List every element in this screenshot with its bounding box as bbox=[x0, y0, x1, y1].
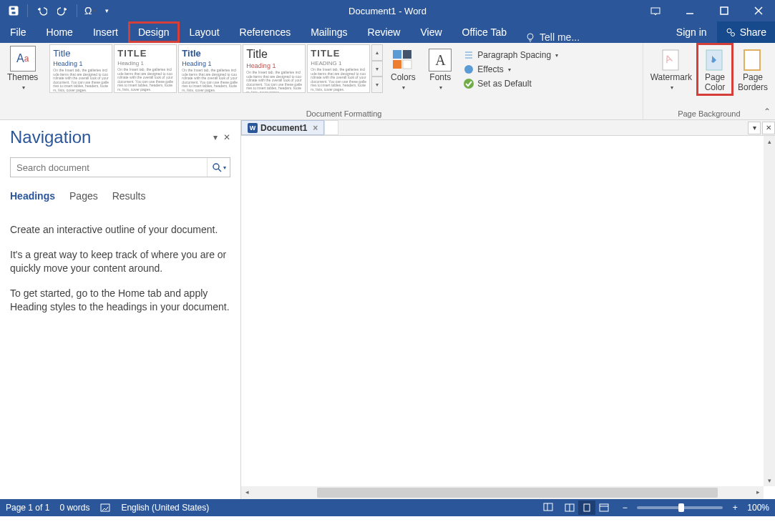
scroll-down-icon[interactable]: ▾ bbox=[764, 475, 775, 486]
save-button[interactable] bbox=[4, 1, 23, 20]
horizontal-scrollbar[interactable]: ◂ ▸ bbox=[241, 486, 764, 499]
tell-me-search[interactable]: Tell me... bbox=[525, 31, 580, 43]
nav-tabs: Headings Pages Results bbox=[10, 190, 230, 205]
paragraph-spacing-icon bbox=[463, 49, 474, 61]
effects-button[interactable]: Effects▾ bbox=[460, 63, 561, 76]
nav-tab-headings[interactable]: Headings bbox=[10, 190, 55, 205]
share-button[interactable]: Share bbox=[717, 21, 775, 43]
themes-button[interactable]: Aa Themes ▾ bbox=[4, 44, 41, 92]
gallery-down-icon[interactable]: ▾ bbox=[371, 61, 383, 77]
set-default-button[interactable]: Set as Default bbox=[460, 77, 561, 90]
group-page-background: A Watermark▾ Page Color Page Borders Pag… bbox=[643, 43, 775, 119]
tab-references[interactable]: References bbox=[230, 21, 301, 43]
nav-menu-icon[interactable]: ▾ bbox=[213, 132, 218, 142]
scroll-left-icon[interactable]: ◂ bbox=[241, 486, 253, 498]
paragraph-spacing-button[interactable]: Paragraph Spacing▾ bbox=[460, 49, 561, 61]
close-tab-icon[interactable]: × bbox=[313, 123, 318, 133]
page-bg-label: Page Background bbox=[648, 108, 771, 119]
zoom-out-button[interactable]: − bbox=[620, 503, 630, 513]
gallery-more-icon[interactable]: ▾ bbox=[371, 77, 383, 93]
tab-layout[interactable]: Layout bbox=[180, 21, 230, 43]
minimize-button[interactable] bbox=[673, 0, 706, 21]
document-tab-label: Document1 bbox=[260, 123, 307, 133]
ribbon-tab-strip: File Home Insert Design Layout Reference… bbox=[0, 21, 775, 43]
undo-button[interactable] bbox=[32, 1, 51, 20]
watermark-button[interactable]: A Watermark▾ bbox=[648, 44, 695, 92]
gallery-scroll[interactable]: ▴ ▾ ▾ bbox=[371, 44, 383, 93]
style-gallery[interactable]: Title Heading 1 On the Insert tab, the g… bbox=[49, 44, 383, 106]
tab-home[interactable]: Home bbox=[36, 21, 83, 43]
document-canvas[interactable]: ▴ ▾ ◂ ▸ bbox=[241, 136, 775, 499]
workspace: Navigation ▾ ✕ ▾ Headings Pages Results … bbox=[0, 120, 775, 499]
svg-point-12 bbox=[731, 33, 734, 36]
group-document-formatting: Title Heading 1 On the Insert tab, the g… bbox=[45, 43, 643, 119]
tab-office-tab[interactable]: Office Tab bbox=[452, 21, 517, 43]
zoom-in-button[interactable]: + bbox=[730, 503, 740, 513]
page-color-button[interactable]: Page Color bbox=[698, 44, 732, 94]
status-page[interactable]: Page 1 of 1 bbox=[6, 503, 49, 513]
print-layout-button[interactable] bbox=[578, 501, 595, 515]
tab-review[interactable]: Review bbox=[358, 21, 411, 43]
svg-rect-16 bbox=[403, 60, 411, 69]
search-input[interactable] bbox=[11, 162, 207, 173]
share-icon bbox=[726, 27, 736, 37]
redo-button[interactable] bbox=[54, 1, 72, 20]
word-icon: W bbox=[248, 123, 258, 133]
svg-rect-3 bbox=[651, 8, 660, 14]
scrollbar-thumb[interactable] bbox=[317, 488, 718, 498]
search-button[interactable]: ▾ bbox=[207, 158, 230, 177]
scroll-up-icon[interactable]: ▴ bbox=[764, 136, 775, 147]
ribbon: Aa Themes ▾ Title Heading 1 On the Inser… bbox=[0, 43, 775, 120]
nav-tab-pages[interactable]: Pages bbox=[69, 190, 98, 205]
tab-close-all-icon[interactable]: ✕ bbox=[762, 122, 775, 134]
style-card[interactable]: Title Heading 1 On the Insert tab, the g… bbox=[49, 44, 112, 93]
read-mode-button[interactable] bbox=[561, 501, 578, 515]
search-document-box[interactable]: ▾ bbox=[10, 157, 230, 177]
close-button[interactable] bbox=[742, 0, 775, 21]
nav-tab-results[interactable]: Results bbox=[112, 190, 146, 205]
status-words[interactable]: 0 words bbox=[59, 503, 89, 513]
document-tab[interactable]: W Document1 × bbox=[241, 120, 324, 135]
document-tab-strip: W Document1 × ▾ ✕ bbox=[241, 120, 775, 136]
status-proofing-icon[interactable] bbox=[99, 502, 111, 513]
status-language[interactable]: English (United States) bbox=[121, 503, 209, 513]
view-buttons bbox=[561, 501, 613, 515]
vertical-scrollbar[interactable]: ▴ ▾ bbox=[764, 136, 775, 486]
macro-icon[interactable] bbox=[542, 501, 554, 515]
style-card[interactable]: TITLE HEADING 1 On the Insert tab, the g… bbox=[307, 44, 370, 93]
gallery-up-icon[interactable]: ▴ bbox=[371, 44, 383, 61]
tab-file[interactable]: File bbox=[0, 21, 36, 43]
web-layout-button[interactable] bbox=[595, 501, 613, 515]
symbol-button[interactable]: Ω▾ bbox=[82, 1, 99, 20]
sign-in-button[interactable]: Sign in bbox=[666, 21, 717, 43]
formatting-options: Paragraph Spacing▾ Effects▾ Set as Defau… bbox=[460, 44, 561, 90]
tab-menu-icon[interactable]: ▾ bbox=[748, 122, 761, 134]
fonts-icon: A bbox=[429, 49, 452, 72]
tab-view[interactable]: View bbox=[410, 21, 452, 43]
ribbon-options-icon[interactable] bbox=[639, 0, 672, 21]
qat-customize[interactable]: ▾ bbox=[102, 1, 112, 20]
tab-insert[interactable]: Insert bbox=[83, 21, 128, 43]
style-card[interactable]: Title Heading 1 On the Insert tab, the g… bbox=[178, 44, 241, 93]
svg-rect-14 bbox=[403, 50, 411, 59]
tab-mailings[interactable]: Mailings bbox=[301, 21, 357, 43]
zoom-level[interactable]: 100% bbox=[747, 503, 769, 513]
colors-button[interactable]: Colors▾ bbox=[386, 44, 420, 92]
nav-body-text: Create an interactive outline of your do… bbox=[10, 223, 230, 325]
nav-close-icon[interactable]: ✕ bbox=[223, 132, 230, 142]
zoom-knob[interactable] bbox=[678, 503, 684, 512]
tab-design[interactable]: Design bbox=[128, 21, 180, 43]
page-borders-button[interactable]: Page Borders bbox=[735, 44, 771, 94]
window-controls bbox=[639, 0, 775, 21]
fonts-button[interactable]: A Fonts▾ bbox=[423, 44, 457, 92]
style-card[interactable]: Title Heading 1 On the Insert tab, the g… bbox=[243, 44, 306, 93]
new-tab-button[interactable] bbox=[324, 120, 338, 135]
maximize-button[interactable] bbox=[708, 0, 741, 21]
scroll-right-icon[interactable]: ▸ bbox=[752, 486, 764, 498]
nav-title: Navigation bbox=[10, 127, 91, 147]
effects-icon bbox=[463, 64, 474, 75]
style-card[interactable]: TITLE Heading 1 On the Insert tab, the g… bbox=[114, 44, 177, 93]
svg-line-27 bbox=[218, 169, 221, 172]
zoom-slider[interactable] bbox=[637, 506, 723, 509]
collapse-ribbon-button[interactable]: ⌃ bbox=[764, 107, 771, 117]
